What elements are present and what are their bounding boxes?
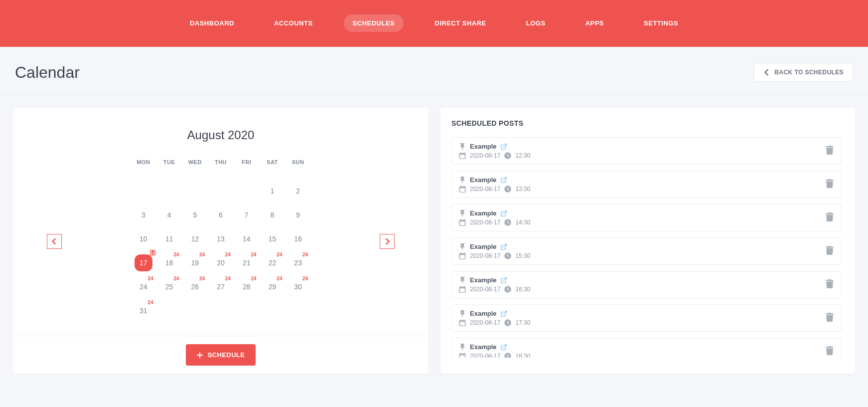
nav-item-logs[interactable]: LOGS: [517, 14, 555, 32]
external-link-icon[interactable]: [500, 310, 507, 317]
post-item-content: Example2020-08-1713:30: [459, 176, 530, 193]
scheduled-post-item[interactable]: Example2020-08-1717:30: [451, 304, 841, 332]
calendar-day-number: 26: [191, 283, 199, 291]
calendar-day[interactable]: 16: [285, 227, 311, 251]
calendar-day-count-badge: 24: [199, 252, 205, 257]
calendar-day[interactable]: 6: [208, 203, 234, 227]
calendar-weekday-header: FRI: [234, 159, 260, 179]
external-link-icon[interactable]: [500, 143, 507, 150]
scheduled-post-item[interactable]: Example2020-08-1714:30: [451, 204, 841, 231]
calendar-day[interactable]: 11: [156, 227, 182, 251]
post-item-content: Example2020-08-1712:30: [459, 143, 530, 159]
pin-icon: [459, 243, 466, 250]
pin-icon: [459, 277, 466, 284]
scheduled-post-item[interactable]: Example2020-08-1712:30: [451, 137, 841, 165]
calendar-day-count-badge: 24: [225, 252, 231, 257]
external-link-icon[interactable]: [500, 277, 507, 284]
calendar-day-number: 27: [217, 283, 225, 291]
delete-post-button[interactable]: [826, 146, 834, 157]
clock-icon: [504, 152, 511, 159]
calendar-day-count-badge: 24: [302, 252, 308, 257]
delete-post-button[interactable]: [826, 313, 834, 324]
nav-item-accounts[interactable]: ACCOUNTS: [265, 14, 322, 32]
external-link-icon[interactable]: [500, 243, 507, 250]
calendar-day-number: 6: [219, 211, 223, 219]
external-link-icon[interactable]: [500, 177, 507, 184]
calendar-day[interactable]: 3124: [131, 299, 156, 323]
delete-post-button[interactable]: [826, 212, 834, 223]
calendar-day[interactable]: 2724: [208, 275, 234, 299]
calendar-day[interactable]: 3024: [285, 275, 311, 299]
chevron-left-icon: [763, 69, 770, 76]
pin-icon: [459, 177, 466, 184]
calendar-day[interactable]: 2224: [260, 251, 286, 275]
calendar-day[interactable]: 3: [131, 203, 156, 227]
calendar-day[interactable]: 10: [131, 227, 156, 251]
delete-post-button[interactable]: [826, 179, 834, 190]
pin-icon: [459, 210, 466, 217]
post-title: Example: [470, 276, 496, 284]
nav-item-settings[interactable]: SETTINGS: [635, 14, 687, 32]
nav-item-dashboard[interactable]: DASHBOARD: [181, 14, 243, 32]
calendar-day-number: 23: [294, 259, 302, 267]
post-item-content: Example2020-08-1714:30: [459, 209, 530, 226]
calendar-day[interactable]: 5: [182, 203, 208, 227]
calendar-day[interactable]: 2424: [131, 275, 156, 299]
post-date: 2020-08-17: [470, 319, 500, 326]
calendar-day[interactable]: 9: [285, 203, 311, 227]
post-item-content: Example2020-08-1716:30: [459, 276, 530, 293]
post-item-content: Example2020-08-1717:30: [459, 310, 530, 326]
calendar-day[interactable]: 1: [260, 179, 286, 203]
calendar-icon: [459, 252, 466, 259]
schedule-button[interactable]: SCHEDULE: [186, 344, 256, 366]
calendar-day[interactable]: 14: [234, 227, 260, 251]
calendar-day[interactable]: 13: [208, 227, 234, 251]
calendar-weekday-header: SAT: [260, 159, 286, 179]
external-link-icon[interactable]: [500, 210, 507, 217]
calendar-next-button[interactable]: [380, 234, 395, 249]
calendar-day-count-badge: 24: [251, 276, 256, 281]
calendar-day[interactable]: 2924: [260, 275, 286, 299]
calendar-day[interactable]: 2624: [182, 275, 208, 299]
pin-icon: [459, 143, 466, 150]
calendar-day-count-badge: 24: [225, 276, 231, 281]
calendar-day[interactable]: 2324: [285, 251, 311, 275]
nav-item-schedules[interactable]: SCHEDULES: [344, 14, 404, 32]
back-button-label: BACK TO SCHEDULES: [774, 69, 844, 76]
external-link-icon[interactable]: [500, 344, 507, 351]
calendar-day[interactable]: 8: [260, 203, 286, 227]
scheduled-posts-list[interactable]: Example2020-08-1712:30Example2020-08-171…: [440, 137, 855, 358]
calendar-day[interactable]: 4: [156, 203, 182, 227]
calendar-prev-button[interactable]: [47, 234, 62, 249]
calendar-day: [234, 179, 260, 203]
nav-item-apps[interactable]: APPS: [577, 14, 613, 32]
calendar-day[interactable]: 2124: [234, 251, 260, 275]
pin-icon: [459, 310, 466, 317]
clock-icon: [504, 353, 511, 358]
delete-post-button[interactable]: [826, 246, 834, 257]
calendar-card: August 2020 MONTUEWEDTHUFRISATSUN1234567…: [13, 108, 429, 374]
calendar-day[interactable]: 15: [260, 227, 286, 251]
delete-post-button[interactable]: [826, 279, 834, 290]
scheduled-post-item[interactable]: Example2020-08-1713:30: [451, 171, 841, 198]
calendar-day[interactable]: 1824: [156, 251, 182, 275]
calendar-day[interactable]: 2824: [234, 275, 260, 299]
scheduled-post-item[interactable]: Example2020-08-1715:30: [451, 237, 841, 265]
calendar-day[interactable]: 7: [234, 203, 260, 227]
delete-post-button[interactable]: [826, 346, 834, 357]
calendar-day[interactable]: 1712: [131, 251, 156, 275]
calendar-day-count-badge: 24: [173, 252, 179, 257]
calendar-day[interactable]: 2024: [208, 251, 234, 275]
calendar-day[interactable]: 1924: [182, 251, 208, 275]
scheduled-post-item[interactable]: Example2020-08-1718:30: [451, 338, 841, 358]
calendar-day-number: 14: [243, 235, 251, 243]
post-date: 2020-08-17: [470, 186, 500, 193]
calendar-day[interactable]: 2524: [156, 275, 182, 299]
scheduled-post-item[interactable]: Example2020-08-1716:30: [451, 271, 841, 298]
back-to-schedules-button[interactable]: BACK TO SCHEDULES: [754, 63, 853, 82]
nav-item-direct-share[interactable]: DIRECT SHARE: [426, 14, 495, 32]
chevron-left-icon: [52, 238, 57, 245]
post-title: Example: [470, 176, 496, 184]
calendar-day[interactable]: 12: [182, 227, 208, 251]
calendar-day[interactable]: 2: [285, 179, 311, 203]
